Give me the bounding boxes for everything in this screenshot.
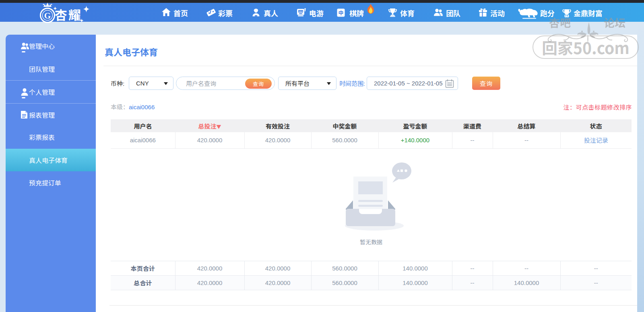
svg-text:中: 中 <box>338 9 343 17</box>
